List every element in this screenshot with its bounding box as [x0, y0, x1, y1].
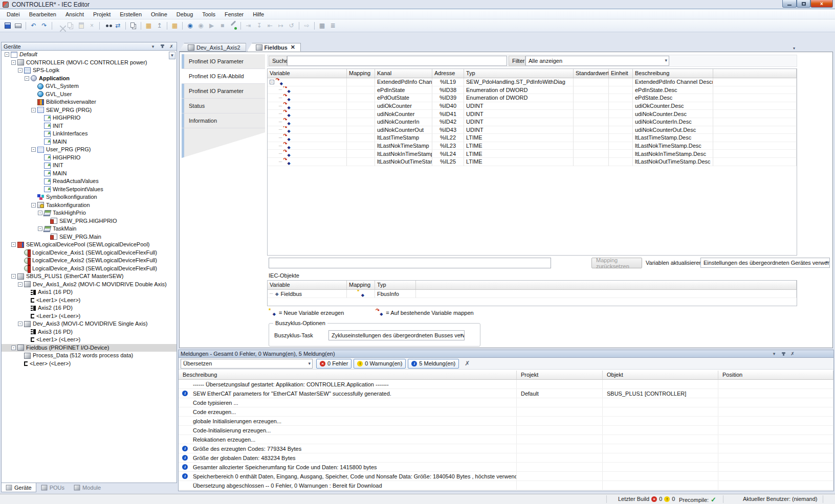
nav-tab-module[interactable]: Module	[69, 483, 105, 492]
column-header-objekt[interactable]: Objekt	[603, 371, 718, 379]
table-row[interactable]: ┈↷◆ePdInState%ID38Enumeration of DWORDeP…	[268, 86, 797, 95]
message-row[interactable]: iGröße des erzeugten Codes: 779334 Bytes	[179, 444, 833, 453]
tree-item-dev-axis3-movi-c-movidrive-single-axis[interactable]: -Dev_Axis3 (MOVI-C MOVIDRIVE Single Axis…	[2, 320, 177, 328]
column-header-kanal[interactable]: Kanal	[375, 69, 432, 78]
tree-item-sew-prg-prg[interactable]: -SEW_PRG (PRG)	[2, 106, 177, 114]
message-row[interactable]: Relokationen erzeugen...	[179, 435, 833, 444]
tree-item-logicaldevice-axis2-sewlogicaldeviceflexfull[interactable]: LogicalDevice_Axis2 (SEWLogicalDeviceFle…	[2, 257, 177, 265]
panel-dropdown-icon[interactable]: ▾	[771, 351, 777, 357]
iec-object-row[interactable]: ┈◆Fieldbus*◆FbusInfo	[268, 290, 797, 298]
column-header-mapping[interactable]: Mapping	[347, 69, 375, 78]
tree-item-default[interactable]: -Default	[2, 51, 177, 59]
menu-tools[interactable]: Tools	[197, 10, 220, 18]
tree-expander-icon[interactable]: -	[18, 282, 23, 287]
message-row[interactable]: iSEW EtherCAT parameters for "EtherCAT M…	[179, 389, 833, 398]
menu-online[interactable]: Online	[146, 10, 172, 18]
side-tab-profinet-io-e-a-abbild[interactable]: Profinet IO E/A-Abbild	[182, 69, 265, 84]
message-row[interactable]: Übersetzung abgeschlossen -- 0 Fehler, 0…	[179, 481, 833, 490]
tree-item-taskkonfiguration[interactable]: -Taskkonfiguration	[2, 201, 177, 210]
column-header-typ[interactable]: Typ	[464, 69, 574, 78]
copy-object-icon[interactable]	[128, 21, 138, 31]
search-input[interactable]	[287, 56, 507, 66]
build-icon[interactable]: ▦	[170, 21, 180, 31]
device-tools-icon[interactable]	[228, 21, 238, 31]
column-header-beschreibung[interactable]: Beschreibung	[179, 371, 517, 379]
tab-close-icon[interactable]: ✕	[291, 44, 295, 51]
tree-expander-icon[interactable]: -	[25, 76, 29, 81]
tree-scroll-button[interactable]: ▼	[169, 52, 175, 59]
replace-icon[interactable]: ⇄	[113, 21, 123, 31]
panel-dropdown-icon[interactable]: ▾	[150, 43, 156, 50]
side-tab-profinet-io-parameter[interactable]: Profinet IO Parameter	[182, 54, 265, 69]
filter-button-5-meldung-en[interactable]: i5 Meldung(en)	[408, 359, 459, 369]
pin-icon[interactable]	[159, 43, 165, 50]
column-header-variable[interactable]: Variable	[268, 69, 347, 78]
flow-control-icon[interactable]: ≣	[328, 21, 338, 31]
table-row[interactable]: ┈↷◆udiNokCounterIn%ID42UDINTudiNokCounte…	[268, 118, 797, 126]
side-tab-status[interactable]: Status	[182, 99, 265, 113]
message-row[interactable]: iSpeicherbereich 0 enthält Daten, Eingan…	[179, 472, 833, 481]
tree-expander-icon[interactable]: -	[11, 242, 16, 247]
tree-item-user-prg-prg[interactable]: -User_PRG (PRG)	[2, 146, 177, 154]
message-row[interactable]: Code typisieren ...	[179, 398, 833, 407]
table-row[interactable]: ┈↷◆ltLastNokOutTimeStamp%IL25LTIMEltLast…	[268, 158, 797, 166]
column-header-mapping[interactable]: Mapping	[347, 281, 375, 289]
message-row[interactable]: ------ Übersetzungslauf gestartet: Appli…	[179, 380, 833, 389]
tree-item-leer1-leer[interactable]: <Leer1> (<Leer>)	[2, 296, 177, 305]
tree-expander-icon[interactable]: -	[31, 108, 36, 112]
doc-tab-dev-axis1-axis2[interactable]: Dev_Axis1_Axis2	[179, 43, 246, 52]
tree-item-highprio[interactable]: HIGHPRIO	[2, 154, 177, 162]
table-row[interactable]: -↷◆ExtendedPdInfo Channel%IL19SEW_PdoHan…	[268, 78, 797, 86]
tree-item-sps-logik[interactable]: -SPS-Logik	[2, 66, 177, 75]
tree-item-leer1-leer[interactable]: <Leer1> (<Leer>)	[2, 312, 177, 320]
tree-item-sew-prg-main[interactable]: SEW_PRG.Main	[2, 233, 177, 241]
table-row[interactable]: ┈↷◆ltLastNokTimeStamp%IL23LTIMEltLastNok…	[268, 142, 797, 150]
column-header-typ[interactable]: Typ	[375, 281, 416, 289]
close-button[interactable]: ×	[810, 0, 833, 8]
print-icon[interactable]	[13, 21, 23, 31]
undo-icon[interactable]: ↶	[29, 21, 38, 31]
message-row[interactable]: Code-Initialisierung erzeugen...	[179, 426, 833, 435]
menu-ansicht[interactable]: Ansicht	[61, 10, 89, 18]
nav-tab-ger-te[interactable]: Geräte	[1, 483, 36, 492]
new-object-icon[interactable]: ▦	[144, 21, 153, 31]
message-row[interactable]: iGröße der globalen Daten: 483234 Bytes	[179, 453, 833, 463]
tree-item-main[interactable]: MAIN	[2, 170, 177, 178]
tree-item-gvl-system[interactable]: GVL_System	[2, 82, 177, 90]
pin-icon[interactable]	[780, 351, 786, 357]
panel-close-icon[interactable]: ✗	[789, 351, 796, 357]
row-expander-icon[interactable]: -	[270, 80, 274, 84]
generate-code-icon[interactable]: ◉	[185, 21, 195, 31]
clear-messages-icon[interactable]: ✗	[465, 360, 470, 367]
tab-overflow-icon[interactable]: ▾	[790, 44, 798, 52]
column-header-position[interactable]: Position	[718, 371, 833, 379]
tree-expander-icon[interactable]: -	[11, 274, 16, 279]
menu-erstellen[interactable]: Erstellen	[115, 10, 146, 18]
tree-item-sewlogicaldevicepool-sewlogicaldevicepool[interactable]: -SEWLogicalDevicePool (SEWLogicalDeviceP…	[2, 241, 177, 249]
find-icon[interactable]	[102, 21, 112, 31]
doc-tab-fieldbus[interactable]: Fieldbus✕	[247, 43, 301, 52]
tree-item-init[interactable]: INIT	[2, 162, 177, 170]
tree-item-process-data-512-words-process-data[interactable]: Process_Data (512 words process data)	[2, 352, 177, 360]
mapping-reset-button[interactable]: Mapping zurücksetzen	[591, 258, 642, 268]
menu-projekt[interactable]: Projekt	[89, 10, 115, 18]
table-row[interactable]: ┈↷◆ltLastNokInTimeStamp%IL24LTIMEltLastN…	[268, 150, 797, 158]
save-icon[interactable]	[3, 21, 12, 31]
tree-item-readactualvalues[interactable]: ReadActualValues	[2, 177, 177, 186]
redo-icon[interactable]: ↷	[39, 21, 49, 31]
message-row[interactable]: iGesamter allozierter Speicherumfang für…	[179, 463, 833, 472]
tree-item-sbus-plus1-ethercat-mastersew[interactable]: -SBUS_PLUS1 (EtherCAT MasterSEW)	[2, 272, 177, 281]
tree-expander-icon[interactable]: -	[18, 68, 23, 73]
filter-button-0-warnung-en[interactable]: !0 Warnung(en)	[354, 359, 406, 369]
tree-expander-icon[interactable]: -	[5, 52, 9, 57]
menu-hilfe[interactable]: Hilfe	[248, 10, 269, 18]
mapping-textbox[interactable]	[269, 258, 551, 268]
tree-item-taskmain[interactable]: -TaskMain	[2, 225, 177, 233]
menu-fenster[interactable]: Fenster	[220, 10, 248, 18]
message-row[interactable]: Code erzeugen...	[179, 407, 833, 417]
column-header-einheit[interactable]: Einheit	[609, 69, 633, 78]
tree-item-bibliotheksverwalter[interactable]: Bibliotheksverwalter	[2, 98, 177, 106]
tree-item-logicaldevice-axis3-sewlogicaldeviceflexfull[interactable]: LogicalDevice_Axis3 (SEWLogicalDeviceFle…	[2, 265, 177, 273]
filter-button-0-fehler[interactable]: ×0 Fehler	[316, 359, 351, 369]
tree-item-taskhighprio[interactable]: -TaskHighPrio	[2, 209, 177, 217]
